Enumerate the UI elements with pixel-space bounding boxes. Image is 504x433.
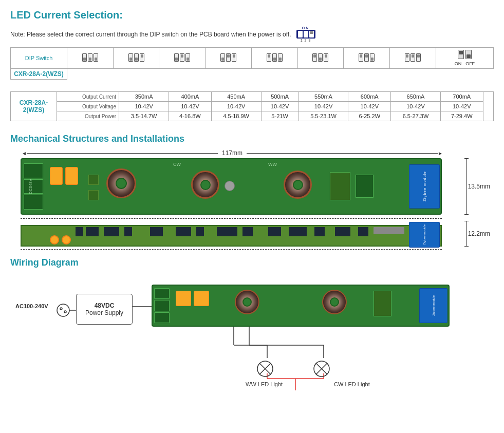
note-text: Note: Please select the correct current … — [10, 26, 494, 42]
pcb-top-view: CW WW Zigbee module — [21, 158, 442, 215]
voltage-col-7: 10-42V — [391, 102, 441, 111]
on-off-data-cell — [483, 92, 493, 121]
power-supply-box: 48VDC Power Supply — [76, 294, 133, 325]
dip-col-4 — [206, 48, 252, 69]
power-col-6: 6-25.2W — [348, 111, 391, 121]
current-col-8: 700mA — [440, 92, 483, 102]
mechanical-title: Mechanical Structures and Installations — [10, 134, 494, 144]
ww-led-bulb — [256, 360, 274, 380]
pcb-wiring-board: Zigbee module — [152, 285, 450, 327]
power-col-5: 5.5-23.1W — [298, 111, 348, 121]
ww-label: WW LED Light — [246, 381, 283, 387]
output-current-row: CXR-28A-2(WZS) Output Current 350mA 400m… — [11, 92, 494, 102]
pcb-side-view: Zigbee module — [21, 225, 442, 247]
output-power-row: Output Power 3.5-14.7W 4-16.8W 4.5-18.9W… — [11, 111, 494, 121]
output-voltage-row: Output Voltage 10-42V 10-42V 10-42V 10-4… — [11, 102, 494, 111]
current-col-2: 400mA — [169, 92, 212, 102]
cw-led-bulb — [312, 360, 331, 380]
power-col-2: 4-16.8W — [169, 111, 212, 121]
dip-switch-data-table: CXR-28A-2(WZS) Output Current 350mA 400m… — [10, 91, 494, 121]
dip-col-7 — [344, 48, 390, 69]
current-col-1: 350mA — [119, 92, 169, 102]
voltage-col-6: 10-42V — [348, 102, 391, 111]
voltage-col-3: 10-42V — [211, 102, 261, 111]
power-col-7: 6.5-27.3W — [391, 111, 441, 121]
current-col-4: 500mA — [261, 92, 298, 102]
table-row-current: CXR-28A-2(WZS) — [11, 69, 494, 80]
voltage-col-4: 10-42V — [261, 102, 298, 111]
voltage-col-1: 10-42V — [119, 102, 169, 111]
current-col-6: 600mA — [348, 92, 391, 102]
dip-col-8 — [390, 48, 436, 69]
width-dimension: 117mm — [218, 149, 247, 157]
height-dim-side: 12.2mm — [468, 230, 490, 237]
power-col-8: 7-29.4W — [440, 111, 483, 121]
mechanical-diagram: ◄ 117mm ► 13.5mm — [10, 149, 494, 250]
model-name-cell: CXR-28A-2(WZS) — [11, 92, 57, 121]
on-off-col: ON OFF — [436, 48, 493, 69]
led-current-title: LED Current Selection: — [10, 9, 494, 21]
svg-point-2 — [64, 311, 66, 313]
output-voltage-label: Output Voltage — [57, 102, 119, 111]
table-col-dip-switch: DIP Switch — [11, 48, 67, 69]
svg-point-1 — [60, 308, 62, 310]
dip-col-3 — [159, 48, 206, 69]
power-col-3: 4.5-18.9W — [211, 111, 261, 121]
power-col-4: 5-21W — [261, 111, 298, 121]
voltage-col-5: 10-42V — [298, 102, 348, 111]
power-col-1: 3.5-14.7W — [119, 111, 169, 121]
height-dim-top: 13.5mm — [468, 183, 490, 190]
current-col-5: 550mA — [298, 92, 348, 102]
dip-col-6 — [297, 48, 344, 69]
output-power-label: Output Power — [57, 111, 119, 121]
svg-point-0 — [57, 304, 69, 316]
cw-label: CW LED Light — [334, 381, 370, 387]
wiring-diagram: AC100-240V 48VDC Power Supply — [15, 273, 498, 391]
voltage-col-8: 10-42V — [440, 102, 483, 111]
dip-col-1 — [67, 48, 114, 69]
dip-switch-table: DIP Switch — [10, 47, 494, 80]
model-cell: CXR-28A-2(WZS) — [11, 69, 67, 80]
dip-col-5 — [251, 48, 297, 69]
zigbee-module-top: Zigbee module — [409, 164, 440, 209]
output-current-label: Output Current — [57, 92, 119, 102]
dip-col-2 — [113, 48, 159, 69]
current-col-7: 650mA — [391, 92, 441, 102]
current-col-3: 450mA — [211, 92, 261, 102]
wiring-title: Wiring Diagram — [10, 257, 494, 268]
voltage-col-2: 10-42V — [169, 102, 212, 111]
